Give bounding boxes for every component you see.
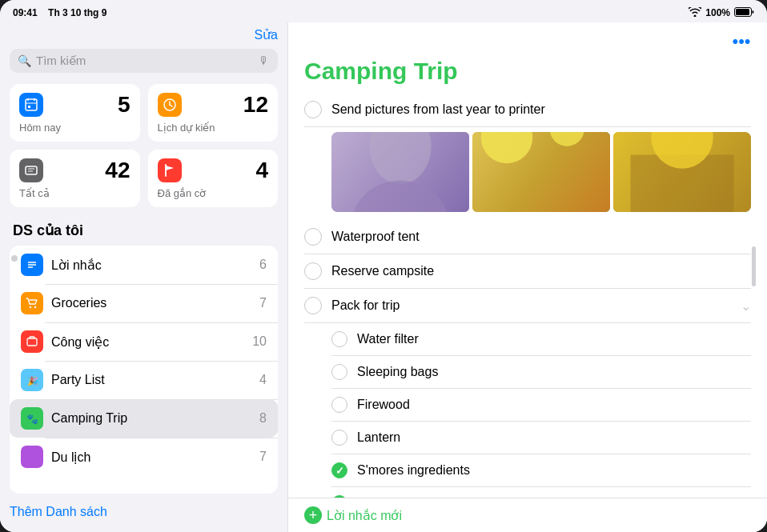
party-icon: 🎉 xyxy=(21,369,43,391)
sidebar-header: Sửa xyxy=(10,22,278,49)
stat-all[interactable]: 42 Tất cả xyxy=(10,150,140,207)
scheduled-icon xyxy=(158,93,182,117)
todo-circle-6[interactable] xyxy=(331,364,347,380)
my-lists-heading: DS của tôi xyxy=(13,222,278,239)
flagged-count: 4 xyxy=(188,158,269,183)
svg-point-19 xyxy=(34,306,36,308)
travel-name: Du lịch xyxy=(51,450,251,465)
todo-circle-8[interactable] xyxy=(331,430,347,446)
todo-text-9: S'mores ingredients xyxy=(357,463,751,478)
chevron-icon[interactable]: ⌄ xyxy=(741,298,751,314)
todo-circle-4[interactable] xyxy=(304,297,322,314)
party-name: Party List xyxy=(51,373,251,387)
todo-item-10[interactable]: Bug spray xyxy=(331,487,751,498)
add-reminder-button[interactable]: + Lời nhắc mới xyxy=(304,506,402,524)
todo-item-2[interactable]: Waterproof tent xyxy=(304,220,751,254)
stat-flagged[interactable]: 4 Đã gắn cờ xyxy=(148,150,279,207)
svg-point-18 xyxy=(30,306,31,308)
todo-text-3: Reserve campsite xyxy=(331,264,751,278)
todo-item-3[interactable]: Reserve campsite xyxy=(304,254,751,289)
todo-item-8[interactable]: Lantern xyxy=(331,422,751,454)
todo-item-5[interactable]: Water filter xyxy=(331,323,751,356)
list-item-travel[interactable]: ✈ Du lịch 7 xyxy=(10,438,278,476)
work-icon xyxy=(21,330,43,353)
lists-container: Lời nhắc 6 Groceries 7 xyxy=(10,246,278,494)
sidebar-footer: Thêm Danh sách xyxy=(10,502,278,522)
svg-text:✈: ✈ xyxy=(26,451,35,463)
add-reminder-label: Lời nhắc mới xyxy=(327,508,402,523)
flagged-label: Đã gắn cờ xyxy=(158,187,269,199)
stat-today[interactable]: 5 Hôm nay xyxy=(10,84,140,142)
todo-text-4: Pack for trip xyxy=(331,298,731,313)
list-item-reminders[interactable]: Lời nhắc 6 xyxy=(10,246,278,284)
party-count: 4 xyxy=(259,373,267,387)
todo-circle-7[interactable] xyxy=(331,397,347,413)
detail-content: Send pictures from last year to printer xyxy=(288,93,767,498)
reminders-name: Lời nhắc xyxy=(51,258,251,273)
status-bar: 09:41 Th 3 10 thg 9 100% xyxy=(0,0,767,22)
todo-circle-2[interactable] xyxy=(304,228,322,246)
travel-icon: ✈ xyxy=(21,446,43,468)
photo-2 xyxy=(472,132,610,212)
todo-text-2: Waterproof tent xyxy=(331,230,751,244)
todo-text-7: Firewood xyxy=(357,398,751,412)
svg-rect-7 xyxy=(28,106,30,108)
list-item-camping[interactable]: 🐾 Camping Trip 8 xyxy=(10,399,278,438)
all-label: Tất cả xyxy=(19,187,131,199)
work-name: Công việc xyxy=(51,334,244,350)
todo-text-6: Sleeping bags xyxy=(357,365,751,379)
detail-panel: ••• Camping Trip Send pictures from last… xyxy=(288,22,767,532)
todo-circle-5[interactable] xyxy=(331,331,347,347)
today-label: Hôm nay xyxy=(19,122,131,134)
todo-circle-3[interactable] xyxy=(304,262,322,280)
work-count: 10 xyxy=(252,334,267,349)
scheduled-count: 12 xyxy=(188,92,269,118)
svg-rect-11 xyxy=(26,166,37,174)
reminders-count: 6 xyxy=(259,258,267,272)
todo-text-1: Send pictures from last year to printer xyxy=(331,102,751,117)
detail-title: Camping Trip xyxy=(288,58,767,93)
date-display: Th 3 10 thg 9 xyxy=(48,7,106,18)
scheduled-label: Lịch dự kiến xyxy=(158,122,269,134)
edit-button[interactable]: Sửa xyxy=(254,27,278,42)
todo-item-4[interactable]: Pack for trip ⌄ xyxy=(304,289,751,323)
sidebar: Sửa 🔍 Tìm kiếm 🎙 xyxy=(0,22,288,532)
groceries-icon xyxy=(21,292,43,314)
search-bar[interactable]: 🔍 Tìm kiếm 🎙 xyxy=(10,49,278,73)
todo-text-8: Lantern xyxy=(357,430,751,445)
list-item-groceries[interactable]: Groceries 7 xyxy=(10,284,278,322)
search-placeholder: Tìm kiếm xyxy=(36,54,254,68)
flagged-icon xyxy=(158,158,182,182)
photo-row xyxy=(331,132,751,212)
battery-percent: 100% xyxy=(705,7,730,18)
todo-item-6[interactable]: Sleeping bags xyxy=(331,356,751,389)
todo-item-9[interactable]: S'mores ingredients xyxy=(331,454,751,487)
svg-text:🎉: 🎉 xyxy=(27,375,38,386)
todo-item-7[interactable]: Firewood xyxy=(331,389,751,422)
svg-line-10 xyxy=(170,105,172,106)
todo-item-1[interactable]: Send pictures from last year to printer xyxy=(304,93,751,127)
status-time: 09:41 Th 3 10 thg 9 xyxy=(13,7,106,18)
todo-circle-9[interactable] xyxy=(331,462,347,478)
mic-icon[interactable]: 🎙 xyxy=(259,54,270,67)
time-display: 09:41 xyxy=(13,7,38,18)
reminders-icon xyxy=(21,254,43,276)
battery-icon xyxy=(734,7,754,19)
more-button[interactable]: ••• xyxy=(729,29,754,54)
groceries-name: Groceries xyxy=(51,296,251,310)
home-indicator xyxy=(752,246,756,286)
groceries-count: 7 xyxy=(259,296,267,310)
add-list-button[interactable]: Thêm Danh sách xyxy=(10,502,107,522)
all-icon xyxy=(19,158,43,182)
camping-count: 8 xyxy=(259,411,267,426)
stat-scheduled[interactable]: 12 Lịch dự kiến xyxy=(148,84,279,142)
list-item-work[interactable]: Công việc 10 xyxy=(10,322,278,361)
photo-1 xyxy=(331,132,469,212)
all-count: 42 xyxy=(50,158,131,183)
search-icon: 🔍 xyxy=(18,54,31,67)
svg-rect-20 xyxy=(27,338,37,346)
todo-circle-1[interactable] xyxy=(304,101,322,118)
list-item-party[interactable]: 🎉 Party List 4 xyxy=(10,361,278,399)
camping-name: Camping Trip xyxy=(51,411,251,426)
camping-icon: 🐾 xyxy=(21,407,43,430)
